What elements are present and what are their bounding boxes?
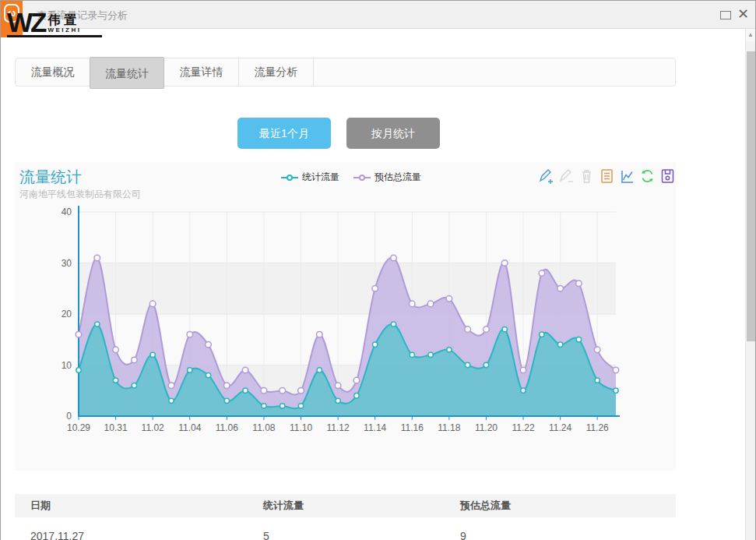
cell-stat: 5	[263, 530, 269, 540]
pencil-remove-icon[interactable]	[558, 167, 575, 185]
svg-text:11.04: 11.04	[178, 422, 201, 433]
svg-text:11.22: 11.22	[512, 422, 534, 433]
table-row: 2017.11.27 5 9	[15, 517, 676, 540]
brand-wz-text: WZ	[7, 11, 44, 34]
tab-traffic-overview[interactable]: 流量概况	[16, 58, 90, 86]
col-header-estimate: 预估总流量	[460, 494, 511, 517]
svg-text:11.02: 11.02	[142, 422, 164, 433]
line-chart-icon[interactable]	[619, 167, 635, 185]
scrollbar-thumb[interactable]	[747, 51, 755, 341]
svg-text:11.08: 11.08	[252, 422, 275, 433]
app-window: 查看流量记录与分析 ✕ ω WZ 伟置 WEIZHI 流量概况 流量统计 流量详…	[0, 0, 756, 540]
chart-toolbox	[538, 167, 676, 185]
save-image-icon[interactable]	[659, 167, 676, 185]
cell-date: 2017.11.27	[30, 530, 84, 540]
svg-text:10.29: 10.29	[67, 422, 90, 433]
traffic-area-chart[interactable]: 01020304010.2910.3111.0211.0411.0611.081…	[15, 199, 676, 457]
tab-traffic-statistics[interactable]: 流量统计	[90, 57, 164, 89]
svg-text:30: 30	[62, 258, 72, 269]
title-bar: 查看流量记录与分析 ✕	[1, 1, 755, 29]
brand-en-text: WEIZHI	[47, 27, 81, 34]
svg-text:11.06: 11.06	[216, 422, 238, 433]
svg-text:0: 0	[66, 411, 72, 422]
trash-icon[interactable]	[578, 167, 595, 185]
close-icon[interactable]: ✕	[737, 6, 749, 22]
tab-traffic-details[interactable]: 流量详情	[164, 58, 239, 86]
chart-panel: 流量统计 河南地平线包装制品有限公司 统计流量 预估总流量	[15, 162, 676, 471]
svg-text:20: 20	[62, 309, 72, 319]
svg-text:10: 10	[62, 360, 72, 371]
svg-text:10.31: 10.31	[104, 422, 128, 433]
traffic-table: 日期 统计流量 预估总流量 2017.11.27 5 9	[15, 494, 676, 540]
svg-text:40: 40	[62, 206, 72, 217]
svg-text:11.16: 11.16	[401, 422, 424, 433]
data-view-icon[interactable]	[599, 167, 615, 185]
svg-text:11.18: 11.18	[438, 422, 460, 433]
chart-legend: 统计流量 预估总流量	[281, 171, 421, 184]
recent-month-button[interactable]: 最近1个月	[237, 118, 331, 149]
svg-text:11.12: 11.12	[327, 422, 350, 433]
svg-text:11.10: 11.10	[290, 422, 312, 433]
chart-title: 流量统计	[19, 167, 82, 188]
scroll-up-icon[interactable]: ▲	[746, 29, 755, 41]
svg-text:11.26: 11.26	[586, 422, 609, 433]
vertical-scrollbar[interactable]: ▲	[745, 29, 755, 540]
legend-marker-purple-icon	[353, 175, 371, 181]
legend-label: 预估总流量	[374, 171, 421, 184]
legend-item-stat[interactable]: 统计流量	[281, 171, 339, 184]
legend-marker-teal-icon	[281, 175, 298, 181]
refresh-icon[interactable]	[639, 167, 656, 185]
svg-text:11.14: 11.14	[364, 422, 386, 433]
brand-logo: WZ 伟置 WEIZHI	[7, 11, 102, 37]
col-header-stat: 统计流量	[263, 494, 304, 517]
brand-cn-text: 伟置	[47, 13, 81, 27]
legend-label: 统计流量	[302, 171, 339, 184]
tab-traffic-analysis[interactable]: 流量分析	[239, 58, 314, 86]
svg-text:11.24: 11.24	[549, 422, 571, 433]
svg-text:11.20: 11.20	[475, 422, 498, 433]
table-header-row: 日期 统计流量 预估总流量	[15, 494, 676, 517]
cell-estimate: 9	[460, 530, 466, 540]
tab-bar: 流量概况 流量统计 流量详情 流量分析	[15, 58, 676, 86]
legend-item-estimate[interactable]: 预估总流量	[353, 171, 421, 184]
pencil-add-icon[interactable]	[538, 167, 554, 185]
maximize-icon[interactable]	[720, 11, 731, 19]
by-month-button[interactable]: 按月统计	[346, 118, 440, 149]
col-header-date: 日期	[30, 494, 51, 517]
